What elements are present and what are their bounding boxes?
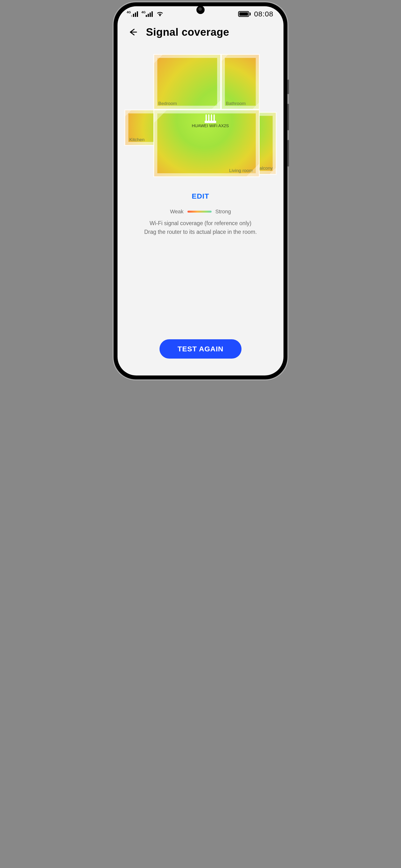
wifi-icon (156, 11, 164, 17)
info-line-1: Wi-Fi signal coverage (for reference onl… (127, 219, 274, 228)
room-bathroom[interactable]: Bathroom (221, 54, 259, 110)
cellular-signal-2-icon: 4G (146, 11, 153, 17)
info-text: Wi-Fi signal coverage (for reference onl… (118, 219, 283, 236)
edit-link[interactable]: EDIT (118, 192, 283, 200)
test-again-button[interactable]: TEST AGAIN (159, 339, 242, 359)
arrow-left-icon (127, 27, 138, 37)
room-bedroom[interactable]: Bedroom (153, 54, 221, 110)
router-name-label: HUAWEI WiFi AX2S (192, 124, 229, 128)
cellular-signal-1-icon: 4G (131, 11, 138, 17)
back-button[interactable] (126, 26, 139, 39)
room-label: Bathroom (226, 101, 246, 106)
router-icon (203, 114, 218, 123)
info-line-2: Drag the router to its actual place in t… (127, 228, 274, 237)
page-header: Signal coverage (118, 21, 283, 40)
room-label: Living room (229, 168, 253, 173)
battery-icon (238, 11, 251, 17)
front-camera-hole (196, 6, 205, 14)
legend-weak-label: Weak (170, 209, 184, 215)
signal-legend: Weak Strong (118, 209, 283, 215)
phone-side-buttons (287, 80, 289, 176)
screen: 4G 4G 08:08 (118, 6, 283, 375)
router-marker[interactable]: HUAWEI WiFi AX2S (192, 114, 229, 128)
status-right: 08:08 (238, 10, 273, 18)
room-label: Kitchen (129, 137, 145, 143)
status-left: 4G 4G (128, 11, 164, 17)
page-title: Signal coverage (146, 26, 229, 38)
phone-frame: 4G 4G 08:08 (114, 2, 287, 379)
legend-gradient-bar (187, 211, 212, 213)
status-clock: 08:08 (254, 10, 273, 18)
legend-strong-label: Strong (215, 209, 231, 215)
floor-plan[interactable]: Bedroom Bathroom Kitchen Living room Bal… (124, 54, 277, 177)
bottom-bar: TEST AGAIN (118, 339, 283, 375)
room-label: Bedroom (158, 101, 177, 106)
